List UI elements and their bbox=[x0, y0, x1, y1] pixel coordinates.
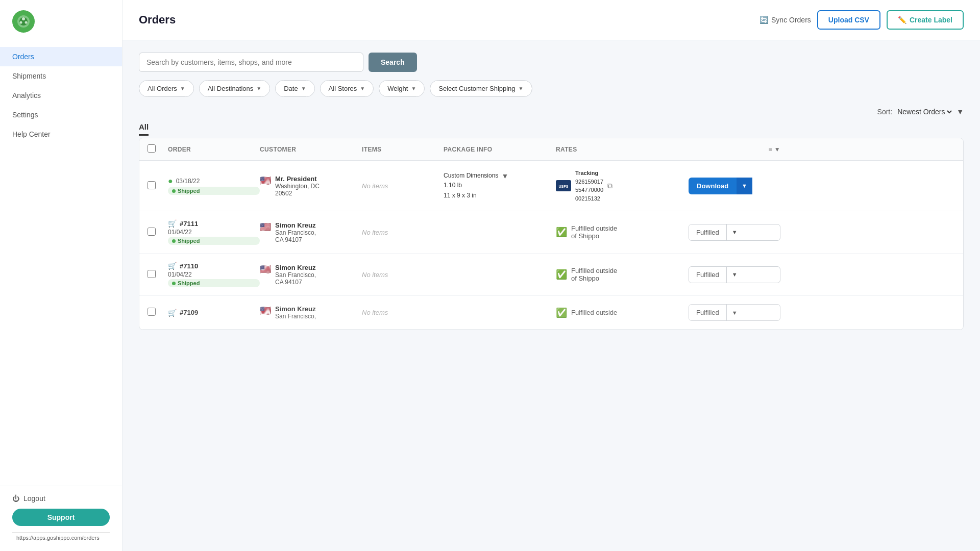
svg-text:USPS: USPS bbox=[558, 185, 568, 188]
sidebar-item-shipments[interactable]: Shipments bbox=[0, 66, 122, 86]
fulfilled-button[interactable]: Fulfilled bbox=[689, 267, 726, 283]
order-date: 01/04/22 bbox=[168, 271, 260, 278]
logo-area bbox=[0, 0, 122, 43]
shipped-badge: Shipped bbox=[168, 187, 260, 195]
select-all-checkbox[interactable] bbox=[148, 144, 156, 153]
flag-icon: 🇺🇸 bbox=[260, 305, 271, 316]
all-destinations-filter[interactable]: All Destinations ▼ bbox=[199, 80, 271, 97]
col-order: Order bbox=[168, 146, 260, 153]
search-input[interactable] bbox=[139, 53, 363, 72]
fulfilled-button-group: Fulfilled ▼ bbox=[689, 304, 780, 321]
nav-menu: Orders Shipments Analytics Settings Help… bbox=[0, 43, 122, 486]
customer-name: Simon Kreuz bbox=[275, 221, 316, 229]
chevron-down-icon: ▼ bbox=[519, 86, 524, 91]
col-customer: Customer bbox=[260, 146, 362, 153]
edit-icon: ✏️ bbox=[898, 16, 906, 24]
sidebar-item-orders[interactable]: Orders bbox=[0, 47, 122, 66]
check-circle-icon: ✅ bbox=[556, 269, 567, 280]
url-bar: https://apps.goshippo.com/orders bbox=[12, 532, 110, 543]
date-filter[interactable]: Date ▼ bbox=[275, 80, 314, 97]
customer-name: Simon Kreuz bbox=[275, 264, 316, 271]
chevron-down-icon: ▼ bbox=[180, 86, 185, 91]
fulfilled-dropdown-button[interactable]: ▼ bbox=[726, 224, 743, 240]
search-row: Search bbox=[139, 53, 964, 72]
row-checkbox[interactable] bbox=[148, 308, 156, 316]
row-checkbox[interactable] bbox=[148, 181, 156, 189]
svg-point-4 bbox=[25, 21, 28, 24]
status-dot bbox=[172, 189, 176, 193]
sort-select[interactable]: Newest Orders bbox=[895, 107, 953, 116]
items-cell: No items bbox=[362, 271, 444, 279]
order-number: #7110 bbox=[180, 262, 198, 270]
order-cell: 🛒 #7110 01/04/22 Shipped bbox=[168, 262, 260, 287]
sidebar-item-settings[interactable]: Settings bbox=[0, 105, 122, 124]
fulfilled-button[interactable]: Fulfilled bbox=[689, 224, 726, 240]
sync-orders-button[interactable]: 🔄 Sync Orders bbox=[760, 16, 811, 24]
weight-filter[interactable]: Weight ▼ bbox=[379, 80, 425, 97]
page-content: Search All Orders ▼ All Destinations ▼ D… bbox=[122, 40, 980, 551]
logout-button[interactable]: ⏻ Logout bbox=[12, 494, 110, 503]
customer-shipping-filter[interactable]: Select Customer Shipping ▼ bbox=[430, 80, 532, 97]
store-icon: 🛒 bbox=[168, 309, 177, 317]
all-stores-filter[interactable]: All Stores ▼ bbox=[320, 80, 374, 97]
row-checkbox[interactable] bbox=[148, 270, 156, 278]
download-button[interactable]: Download bbox=[689, 178, 737, 194]
power-icon: ⏻ bbox=[12, 494, 19, 503]
fulfilled-button[interactable]: Fulfilled bbox=[689, 305, 726, 320]
app-logo bbox=[12, 10, 35, 33]
fulfilled-text: Fulfilled outsideof Shippo bbox=[571, 224, 617, 240]
items-cell: No items bbox=[362, 309, 444, 316]
chevron-down-icon: ▼ bbox=[256, 86, 261, 91]
order-number: #7111 bbox=[180, 220, 198, 228]
check-circle-icon: ✅ bbox=[556, 227, 567, 238]
customer-cell: 🇺🇸 Simon Kreuz San Francisco,CA 94107 bbox=[260, 264, 362, 286]
customer-cell: 🇺🇸 Mr. President Washington, DC20502 bbox=[260, 175, 362, 197]
customer-address: Washington, DC20502 bbox=[275, 183, 320, 197]
fulfilled-button-group: Fulfilled ▼ bbox=[689, 224, 780, 241]
action-cell: Download ▼ bbox=[689, 178, 780, 194]
chevron-down-icon: ▼ bbox=[957, 108, 964, 116]
sidebar: Orders Shipments Analytics Settings Help… bbox=[0, 0, 122, 551]
status-dot bbox=[172, 282, 176, 285]
order-cell: ● 03/18/22 Shipped bbox=[168, 177, 260, 195]
chevron-down-icon: ▼ bbox=[411, 86, 416, 91]
tab-all[interactable]: All bbox=[139, 122, 149, 136]
col-rates: Rates bbox=[556, 146, 689, 153]
download-dropdown-button[interactable]: ▼ bbox=[737, 178, 752, 194]
orders-table: Order Customer Items Package Info Rates … bbox=[139, 138, 964, 330]
row-checkbox[interactable] bbox=[148, 228, 156, 236]
svg-point-3 bbox=[20, 21, 22, 24]
sync-icon: 🔄 bbox=[760, 16, 768, 24]
col-actions: ≡ ▼ bbox=[689, 146, 780, 153]
menu-icon[interactable]: ≡ bbox=[768, 146, 772, 153]
customer-address: San Francisco,CA 94107 bbox=[275, 271, 316, 286]
order-date: 03/18/22 bbox=[176, 178, 200, 185]
store-icon: 🛒 bbox=[168, 219, 177, 228]
items-cell: No items bbox=[362, 229, 444, 236]
chevron-down-icon: ▼ bbox=[774, 146, 780, 153]
copy-icon[interactable]: ⧉ bbox=[607, 182, 612, 190]
search-button[interactable]: Search bbox=[369, 53, 417, 72]
support-button[interactable]: Support bbox=[12, 509, 110, 526]
usps-icon: USPS bbox=[556, 180, 571, 191]
shipped-status-icon: ● bbox=[168, 177, 173, 186]
tab-row: All bbox=[139, 122, 964, 136]
fulfilled-text: Fulfilled outside bbox=[571, 309, 617, 316]
sidebar-item-help[interactable]: Help Center bbox=[0, 124, 122, 144]
fulfilled-dropdown-button[interactable]: ▼ bbox=[726, 305, 743, 320]
all-orders-filter[interactable]: All Orders ▼ bbox=[139, 80, 194, 97]
shipped-badge: Shipped bbox=[168, 237, 260, 245]
header-actions: 🔄 Sync Orders Upload CSV ✏️ Create Label bbox=[760, 10, 964, 30]
flag-icon: 🇺🇸 bbox=[260, 175, 271, 186]
tracking-info: Tracking 92615901755477000000215132 bbox=[575, 169, 603, 203]
chevron-down-icon: ▼ bbox=[301, 86, 306, 91]
items-cell: No items bbox=[362, 182, 444, 190]
action-cell: Fulfilled ▼ bbox=[689, 304, 780, 321]
create-label-button[interactable]: ✏️ Create Label bbox=[887, 10, 964, 30]
package-dropdown-icon[interactable]: ▼ bbox=[501, 172, 508, 180]
fulfilled-dropdown-button[interactable]: ▼ bbox=[726, 267, 743, 283]
sort-row: Sort: Newest Orders ▼ bbox=[139, 107, 964, 116]
upload-csv-button[interactable]: Upload CSV bbox=[817, 10, 880, 30]
sidebar-item-analytics[interactable]: Analytics bbox=[0, 86, 122, 105]
fulfilled-text: Fulfilled outsideof Shippo bbox=[571, 267, 617, 282]
